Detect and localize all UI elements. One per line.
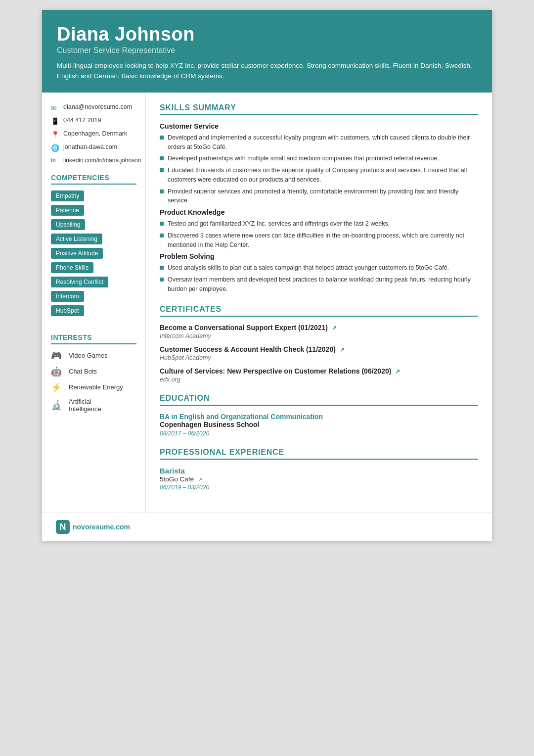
contact-email: ✉ diana@novoresume.com <box>51 103 136 112</box>
education-section: EDUCATION BA in English and Organization… <box>160 394 478 437</box>
competency-resolving-conflict: Resolving Conflict <box>51 277 108 287</box>
skills-customer-service: Customer Service Developed and implement… <box>160 122 478 205</box>
resume-main: SKILLS SUMMARY Customer Service Develope… <box>146 93 492 513</box>
novoresume-logo-icon: N <box>56 520 70 534</box>
skills-problem-solving: Problem Solving Used analysis skills to … <box>160 252 478 293</box>
job-company: 5toGo Café ↗ <box>160 475 478 483</box>
job-dates: 06/2019 – 03/2020 <box>160 484 478 491</box>
certificates-title: CERTIFICATES <box>160 305 478 317</box>
cert-link-icon[interactable]: ↗ <box>340 346 345 353</box>
contact-website: 🌐 jonathan-dawa.com <box>51 143 136 152</box>
interest-renewable-energy: ⚡ Renewable Energy <box>51 382 136 393</box>
video-games-icon: 🎮 <box>51 350 65 361</box>
candidate-name: Diana Johnson <box>57 24 477 45</box>
resume-header: Diana Johnson Customer Service Represent… <box>42 10 492 93</box>
interests-section-title: INTERESTS <box>51 333 136 344</box>
competency-hubspot: HubSpot <box>51 305 84 316</box>
interest-chat-bots: 🤖 Chat Bots <box>51 366 136 377</box>
education-title: EDUCATION <box>160 394 478 406</box>
competencies-list: Empathy Patience Upselling Active Listen… <box>51 190 136 320</box>
education-degree: BA in English and Organizational Communi… <box>160 413 478 421</box>
company-link-icon[interactable]: ↗ <box>198 476 202 482</box>
candidate-title: Customer Service Representative <box>57 46 477 55</box>
resume-sidebar: ✉ diana@novoresume.com 📱 044 412 2019 📍 … <box>42 93 146 513</box>
cert-link-icon[interactable]: ↗ <box>332 325 337 331</box>
skills-product-knowledge: Product Knowledge Tested and got familia… <box>160 208 478 249</box>
list-item: Used analysis skills to plan out a sales… <box>160 263 478 273</box>
email-icon: ✉ <box>51 104 60 112</box>
cert-culture-services: Culture of Services: New Perspective on … <box>160 367 478 383</box>
location-icon: 📍 <box>51 131 60 139</box>
education-dates: 08/2017 – 06/2020 <box>160 430 478 437</box>
footer-logo: N novoresume.com <box>56 520 130 534</box>
interests-list: 🎮 Video Games 🤖 Chat Bots ⚡ Renewable En… <box>51 350 136 413</box>
competency-upselling: Upselling <box>51 219 85 230</box>
phone-icon: 📱 <box>51 117 60 125</box>
competency-patience: Patience <box>51 205 84 216</box>
contact-location: 📍 Copenhagen, Denmark <box>51 130 136 139</box>
list-item: Educated thousands of customers on the s… <box>160 166 478 185</box>
bullet-icon <box>160 278 164 282</box>
competency-phone-skills: Phone Skills <box>51 262 93 273</box>
candidate-summary: Multi-lingual employee looking to help X… <box>57 61 477 82</box>
experience-section: PROFESSIONAL EXPERIENCE Barista 5toGo Ca… <box>160 448 478 491</box>
list-item: Discovered 3 cases where new users can f… <box>160 231 478 250</box>
skills-summary-section: SKILLS SUMMARY Customer Service Develope… <box>160 103 478 294</box>
skills-category-customer-service: Customer Service <box>160 122 478 130</box>
education-school: Copenhagen Business School <box>160 421 478 428</box>
chat-bots-icon: 🤖 <box>51 366 65 377</box>
skills-ps-list: Used analysis skills to plan out a sales… <box>160 263 478 293</box>
skills-cs-list: Developed and implemented a successful l… <box>160 133 478 205</box>
bullet-icon <box>160 189 164 193</box>
bullet-icon <box>160 168 164 172</box>
website-icon: 🌐 <box>51 144 60 152</box>
bullet-icon <box>160 156 164 160</box>
ai-icon: 🔬 <box>51 400 65 411</box>
list-item: Developed and implemented a successful l… <box>160 133 478 152</box>
skills-pk-list: Tested and got familiarized XYZ Inc. ser… <box>160 219 478 249</box>
linkedin-icon: in <box>51 157 60 163</box>
contact-linkedin: in linkedin.com/in/diana.johnson <box>51 157 136 164</box>
list-item: Tested and got familiarized XYZ Inc. ser… <box>160 219 478 229</box>
list-item: Developed partnerships with multiple sma… <box>160 154 478 163</box>
competency-intercom: Intercom <box>51 291 84 302</box>
cert-link-icon[interactable]: ↗ <box>395 368 400 375</box>
skills-summary-title: SKILLS SUMMARY <box>160 103 478 115</box>
resume-body: ✉ diana@novoresume.com 📱 044 412 2019 📍 … <box>42 93 492 513</box>
experience-title: PROFESSIONAL EXPERIENCE <box>160 448 478 460</box>
job-title: Barista <box>160 467 478 475</box>
certificates-section: CERTIFICATES Become a Conversational Sup… <box>160 305 478 383</box>
competency-empathy: Empathy <box>51 190 84 201</box>
bullet-icon <box>160 266 164 270</box>
competency-active-listening: Active Listening <box>51 234 102 244</box>
footer-logo-text: novoresume.com <box>73 523 130 531</box>
list-item: Provided superior services and promoted … <box>160 187 478 206</box>
bullet-icon <box>160 234 164 237</box>
interest-ai: 🔬 ArtificialIntelligence <box>51 398 136 413</box>
interest-video-games: 🎮 Video Games <box>51 350 136 361</box>
resume-footer: N novoresume.com <box>42 513 492 541</box>
list-item: Oversaw team members and developed best … <box>160 275 478 294</box>
cert-customer-success: Customer Success & Account Health Check … <box>160 345 478 361</box>
skills-category-problem-solving: Problem Solving <box>160 252 478 260</box>
cert-conversational-support: Become a Conversational Support Expert (… <box>160 324 478 339</box>
renewable-energy-icon: ⚡ <box>51 382 65 393</box>
competency-positive-attitude: Positive Attitude <box>51 248 103 259</box>
skills-category-product-knowledge: Product Knowledge <box>160 208 478 216</box>
contact-phone: 📱 044 412 2019 <box>51 117 136 125</box>
competencies-section-title: COMPETENCIES <box>51 174 136 185</box>
job-barista: Barista 5toGo Café ↗ 06/2019 – 03/2020 <box>160 467 478 491</box>
bullet-icon <box>160 222 164 226</box>
resume-container: Diana Johnson Customer Service Represent… <box>42 10 492 541</box>
bullet-icon <box>160 136 164 140</box>
